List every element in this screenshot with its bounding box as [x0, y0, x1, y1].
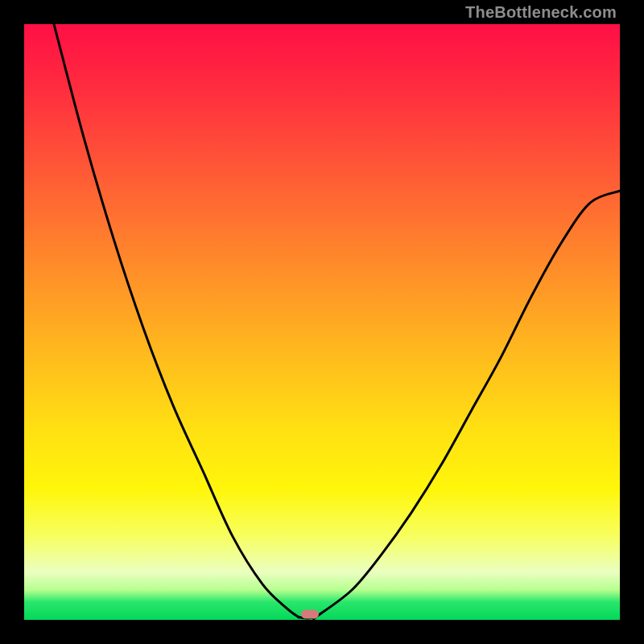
optimum-marker — [301, 609, 319, 618]
chart-frame: TheBottleneck.com — [0, 0, 644, 644]
bottleneck-curve — [24, 24, 620, 620]
curve-path — [54, 24, 620, 619]
watermark-label: TheBottleneck.com — [465, 3, 617, 22]
